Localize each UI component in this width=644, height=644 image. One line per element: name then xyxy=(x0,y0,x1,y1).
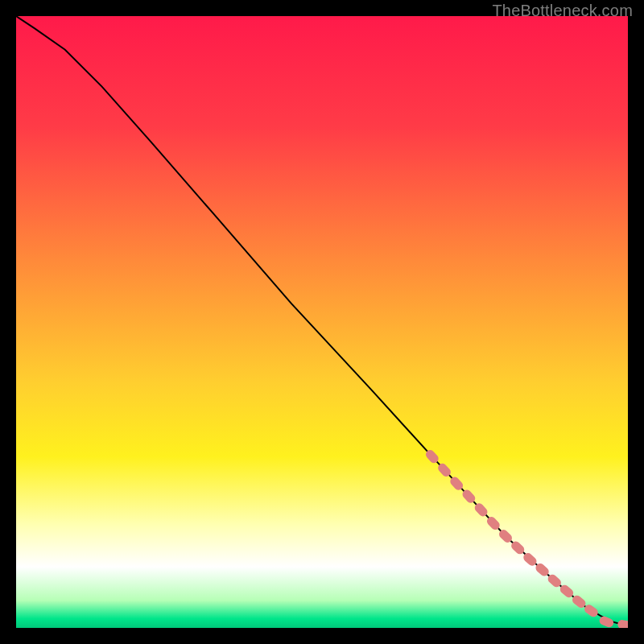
plot-area xyxy=(16,16,628,628)
bottleneck-chart xyxy=(16,16,628,628)
gradient-background xyxy=(16,16,628,628)
chart-stage: TheBottleneck.com xyxy=(0,0,644,644)
